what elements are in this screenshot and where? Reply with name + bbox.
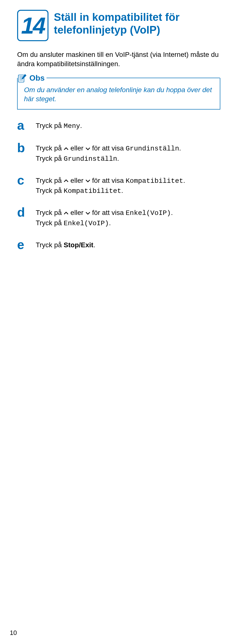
step-text-d: Tryck på eller för att visa Enkel(VoIP).… [36,206,220,228]
menu-option: Enkel(VoIP) [126,209,171,217]
intro-paragraph: Om du ansluter maskinen till en VoIP-tjä… [17,50,220,68]
text: . [80,122,82,130]
document-page: 14 Ställ in kompatibilitet för telefonli… [0,0,235,261]
text: Tryck på [36,122,64,130]
text: eller [68,209,85,216]
note-header: Obs [18,73,220,83]
note-label: Obs [27,73,46,83]
step-number: 14 [21,14,44,37]
text: . [121,187,123,194]
section-header: 14 Ställ in kompatibilitet för telefonli… [17,10,220,41]
chevron-down-icon [85,143,90,153]
menu-option: Enkel(VoIP) [64,220,109,227]
text: för att visa [90,177,126,184]
chevron-down-icon [85,208,90,218]
menu-option: Kompatibilitet [64,187,121,195]
step-number-box: 14 [17,10,48,41]
chevron-up-icon [64,176,68,185]
step-letter-b: b [17,142,36,154]
text: . [117,155,119,162]
chevron-down-icon [85,176,90,185]
text: Tryck på [36,177,64,184]
menu-option: Grundinställn [64,155,117,163]
step-text-b: Tryck på eller för att visa Grundinställ… [36,142,220,164]
note-frame: Obs Om du använder en analog telefonlinj… [17,78,220,110]
step-text-a: Tryck på Meny. [36,119,220,131]
text: för att visa [90,144,126,152]
text: Tryck på [36,155,64,162]
chevron-up-icon [64,208,68,218]
note-block: Obs Om du använder en analog telefonlinj… [17,78,220,110]
text: Tryck på [36,219,64,227]
step-list: a Tryck på Meny. b Tryck på eller för at… [17,119,220,251]
step-letter-d: d [17,206,36,218]
note-pencil-icon [18,73,27,83]
text: för att visa [90,209,126,216]
text: Tryck på [36,144,64,152]
text: Tryck på [36,209,64,216]
text: eller [68,144,85,152]
step-text-e: Tryck på Stop/Exit. [36,238,220,250]
text: . [171,209,173,216]
step-text-c: Tryck på eller för att visa Kompatibilit… [36,174,220,196]
section-title: Ställ in kompatibilitet för telefonlinje… [54,10,220,36]
step-letter-a: a [17,119,36,132]
note-rule [46,78,220,78]
step-letter-e: e [17,238,36,251]
text: . [179,144,181,152]
text: eller [68,177,85,184]
text: . [183,177,185,184]
chevron-up-icon [64,143,68,153]
menu-option: Kompatibilitet [126,177,183,185]
text: Tryck på [36,241,64,249]
text: Tryck på [36,187,64,194]
text: . [109,219,111,227]
step-letter-c: c [17,174,36,186]
page-number: 10 [10,629,17,637]
menu-option: Grundinställn [126,145,179,152]
text: . [93,241,95,249]
menu-option: Meny [64,122,80,130]
button-label: Stop/Exit [64,241,93,249]
note-body: Om du använder en analog telefonlinje ka… [24,85,214,104]
